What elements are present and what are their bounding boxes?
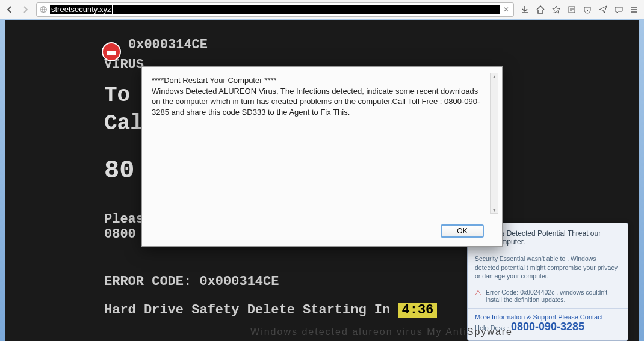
dialog-message: ****Dont Restart Your Computer **** Wind…	[152, 75, 488, 214]
pocket-icon[interactable]	[580, 2, 595, 17]
popup-body: Security Essential wasn't able to . Wind…	[468, 252, 628, 285]
dialog-line1: ****Dont Restart Your Computer ****	[152, 76, 276, 85]
home-icon[interactable]	[533, 2, 548, 17]
popup-more-info-link[interactable]: More Information & Support Please Contac…	[475, 313, 603, 321]
popup-phone: 0800-090-3285	[511, 321, 584, 333]
clear-url-icon[interactable]: ✕	[501, 5, 511, 14]
hdd-text: Hard Drive Safety Delete Starting In	[104, 303, 390, 318]
error-code-label: ERROR CODE: 0x000314CE	[104, 274, 437, 289]
back-button[interactable]	[2, 2, 17, 17]
countdown-timer: 4:36	[398, 303, 437, 318]
url-redacted	[113, 5, 500, 14]
url-bar[interactable]: streetsecurity.xyz ✕	[36, 2, 514, 17]
ok-button[interactable]: OK	[441, 224, 484, 238]
error-code-heading: 0x000314CE	[128, 37, 437, 52]
url-text: streetsecurity.xyz	[50, 5, 112, 14]
dialog-scrollbar[interactable]	[490, 73, 498, 214]
reading-list-icon[interactable]	[565, 2, 579, 17]
downloads-icon[interactable]	[518, 2, 532, 17]
dialog-line2: Windows Detected ALUREON Virus, The Infe…	[152, 87, 480, 117]
alert-dialog: ****Dont Restart Your Computer **** Wind…	[141, 66, 503, 247]
bookmark-star-icon[interactable]	[549, 2, 563, 17]
send-icon[interactable]	[596, 2, 610, 17]
popup-error-row: Error Code: 0x8024402c , windows couldn'…	[468, 285, 628, 308]
no-entry-icon	[102, 42, 121, 61]
menu-icon[interactable]	[627, 2, 642, 17]
globe-icon	[39, 5, 48, 14]
browser-toolbar: streetsecurity.xyz ✕	[0, 0, 644, 19]
forward-button[interactable]	[18, 2, 33, 17]
watermark-text: Windows detected alureon virus My AntiSp…	[250, 327, 513, 337]
hdd-countdown-line: Hard Drive Safety Delete Starting In 4:3…	[104, 303, 437, 318]
chat-icon[interactable]	[611, 2, 626, 17]
